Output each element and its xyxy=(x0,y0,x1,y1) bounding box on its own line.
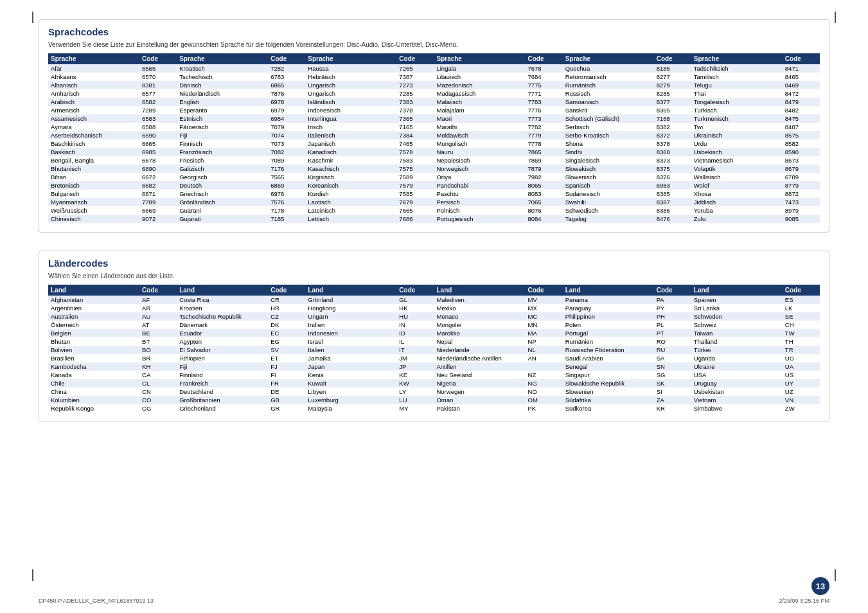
table-cell: 6565 xyxy=(139,64,177,73)
table-cell: Esperanto xyxy=(177,106,268,114)
table-cell: Japanisch xyxy=(305,139,396,148)
table-cell: Bulgarisch xyxy=(48,190,139,198)
table-cell: Norwegen xyxy=(434,387,525,396)
table-cell: Jamaika xyxy=(305,354,396,362)
table-cell: Kolumbien xyxy=(48,396,139,404)
table-cell: Sri Lanka xyxy=(691,304,783,312)
table-cell xyxy=(526,362,563,371)
table-cell: Tamilisch xyxy=(691,73,783,81)
table-cell: 7775 xyxy=(526,81,563,89)
table-cell: LY xyxy=(396,387,434,396)
table-cell: UG xyxy=(783,354,820,362)
table-cell: Friesisch xyxy=(177,156,268,164)
corner-mark-bl xyxy=(32,569,33,581)
table-cell: Serbo-Kroatisch xyxy=(563,131,654,139)
table-cell: 8378 xyxy=(654,139,691,148)
table-row: Albanisch8381Dänisch6865Ungarisch7273Maz… xyxy=(48,81,820,89)
table-cell: 8375 xyxy=(654,164,691,173)
table-cell: Samoanisch xyxy=(563,98,654,106)
footer-left: DP450-P.ADEULLK_GER_MFL61857019 13 xyxy=(39,598,154,604)
table-cell: China xyxy=(48,387,139,396)
table-cell: 7779 xyxy=(526,131,563,139)
table-row: Aserbeidschanisch6590Fiji7074Italienisch… xyxy=(48,131,820,139)
table-cell: Finnisch xyxy=(177,139,268,148)
table-row: Weißrussisch6669Guarani7178Lateinisch766… xyxy=(48,206,820,215)
table-cell: 7782 xyxy=(526,123,563,131)
table-cell: 6979 xyxy=(268,106,305,114)
table-cell: 6682 xyxy=(139,181,177,190)
table-cell: KR xyxy=(654,404,691,413)
table-cell: Niederländisch xyxy=(177,89,268,98)
table-cell: Malaysia xyxy=(305,404,396,413)
table-cell: 7185 xyxy=(268,215,305,223)
table-cell: 8471 xyxy=(783,64,820,73)
table-row: Aymara6588Färoerisch7079Irisch7165Marath… xyxy=(48,123,820,131)
table-cell: 7176 xyxy=(268,164,305,173)
table-cell: Französisch xyxy=(177,148,268,156)
table-cell: 8084 xyxy=(526,215,563,223)
table-row: Arabisch6582English6978Isländisch7383Mal… xyxy=(48,98,820,106)
table-cell: Mongolisch xyxy=(434,139,525,148)
table-row: KambodschaKHFijiFJJapanJPAntillenSenegal… xyxy=(48,362,820,371)
table-cell: Kurdish xyxy=(305,190,396,198)
footer: DP450-P.ADEULLK_GER_MFL61857019 13 2/23/… xyxy=(39,598,829,604)
table-cell: Saudi Arabien xyxy=(563,354,654,362)
table-cell: 6583 xyxy=(139,114,177,123)
table-cell: 8382 xyxy=(654,123,691,131)
table-cell: Indien xyxy=(305,321,396,329)
table-cell: Uganda xyxy=(691,354,783,362)
table-cell: Malajalam xyxy=(434,106,525,114)
table-cell: MC xyxy=(526,312,563,321)
table-cell: Gujarati xyxy=(177,215,268,223)
table-cell: Bretonisch xyxy=(48,181,139,190)
table-cell: Mazedonisch xyxy=(434,81,525,89)
table-cell: DE xyxy=(268,387,305,396)
table-cell: Interlingua xyxy=(305,114,396,123)
table-cell: Indonesisch xyxy=(305,106,396,114)
table-cell: Kroatien xyxy=(177,304,268,312)
th-sprache-4: Sprache xyxy=(434,53,525,64)
table-cell: Kambodscha xyxy=(48,362,139,371)
table-cell: PH xyxy=(654,312,691,321)
table-cell: FI xyxy=(268,371,305,379)
table-cell: Turkmenisch xyxy=(691,114,783,123)
table-cell: 7273 xyxy=(396,81,434,89)
table-cell: HR xyxy=(268,304,305,312)
table-cell: Ungarn xyxy=(305,312,396,321)
table-row: AfghanistanAFCosta RicaCRGrönlandGLMaled… xyxy=(48,296,820,304)
table-cell: Irisch xyxy=(305,123,396,131)
table-cell: CH xyxy=(783,321,820,329)
table-cell: Argentinien xyxy=(48,304,139,312)
table-cell: 8472 xyxy=(783,89,820,98)
table-cell: Südkorea xyxy=(563,404,654,413)
table-cell: Aymara xyxy=(48,123,139,131)
table-cell: Österreich xyxy=(48,321,139,329)
table-cell: JM xyxy=(396,354,434,362)
table-cell: LU xyxy=(396,396,434,404)
table-cell: 6570 xyxy=(139,73,177,81)
table-cell: 8679 xyxy=(783,164,820,173)
table-cell: 6983 xyxy=(654,181,691,190)
table-cell: NP xyxy=(526,337,563,346)
table-cell: Shona xyxy=(563,139,654,148)
table-cell: DK xyxy=(268,321,305,329)
table-cell: 7378 xyxy=(396,106,434,114)
table-cell: 7383 xyxy=(396,98,434,106)
table-cell: Bolivien xyxy=(48,346,139,354)
table-row: Bretonisch6682Deutsch6869Koreanisch7579P… xyxy=(48,181,820,190)
table-cell: 6672 xyxy=(139,173,177,181)
table-cell: Moldawisch xyxy=(434,131,525,139)
table-cell: Türkisch xyxy=(691,106,783,114)
table-cell: CR xyxy=(268,296,305,304)
table-cell: Deutschland xyxy=(177,387,268,396)
table-cell: Spanien xyxy=(691,296,783,304)
table-cell: Wallisisch xyxy=(691,173,783,181)
table-cell: AU xyxy=(139,312,177,321)
th-sprache-5: Sprache xyxy=(563,53,654,64)
table-cell: Kirgisisch xyxy=(305,173,396,181)
table-row: ChinaCNDeutschlandDELibyenLYNorwegenNOSl… xyxy=(48,387,820,396)
table-cell: 8872 xyxy=(783,190,820,198)
table-cell: Polen xyxy=(563,321,654,329)
laendercodes-header-row: Land Code Land Code Land Code Land Code … xyxy=(48,285,820,296)
table-cell: Portugiesisch xyxy=(434,215,525,223)
